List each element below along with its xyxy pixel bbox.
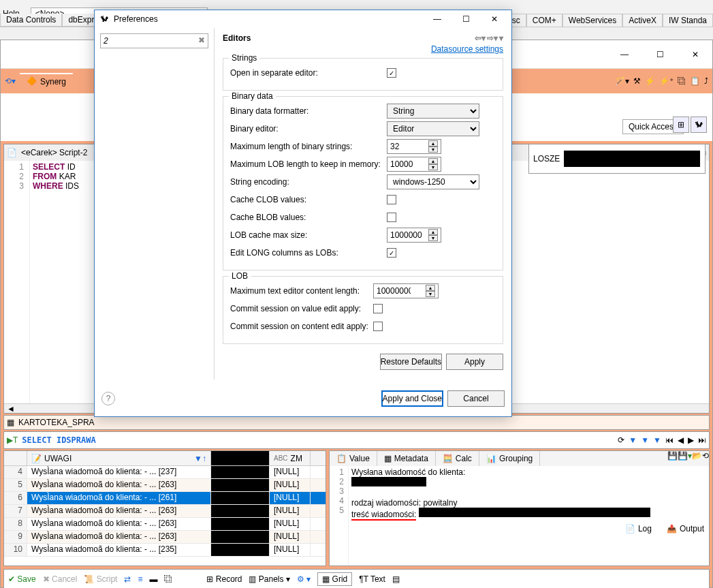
- close-icon[interactable]: ✕: [685, 48, 706, 61]
- table-row[interactable]: 4WysÌana wiadomoã do klienta: - ... [237…: [4, 466, 326, 479]
- table-row[interactable]: 8WysÌana wiadomoã do klienta: - ... [263…: [4, 518, 326, 531]
- apply-close-button[interactable]: Apply and Close: [381, 390, 443, 407]
- tab-metadata[interactable]: ▦Metadata: [377, 451, 436, 466]
- back-icon[interactable]: ⇦▾: [475, 33, 486, 43]
- wand-icon[interactable]: 🪄▾: [615, 76, 629, 86]
- delete-row-icon[interactable]: ▬: [149, 574, 157, 584]
- sync-icon[interactable]: ⟲: [702, 451, 709, 466]
- open-icon[interactable]: 📂: [692, 451, 702, 466]
- filter-icon-3[interactable]: ▼: [653, 435, 661, 445]
- text-view-button[interactable]: ¶T Text: [359, 574, 385, 584]
- cancel-button[interactable]: Cancel: [447, 390, 505, 407]
- tab-webservices[interactable]: WebServices: [563, 14, 622, 27]
- restore-defaults-button[interactable]: Restore Defaults: [380, 354, 442, 370]
- run-icon[interactable]: ▶T: [7, 435, 18, 445]
- apply-button[interactable]: Apply: [446, 354, 503, 370]
- col-uwagi[interactable]: UWAGI: [44, 454, 72, 463]
- checkbox-edit-long[interactable]: ✓: [387, 248, 396, 258]
- nav-prev-icon[interactable]: ◀: [678, 435, 684, 445]
- spinner-max-bin-len[interactable]: ▲▼: [387, 139, 441, 154]
- refresh-icon[interactable]: ⟳: [618, 435, 624, 445]
- spin-up-icon[interactable]: ▲: [428, 229, 438, 235]
- minimize-icon[interactable]: ―: [614, 48, 635, 61]
- spin-up-icon[interactable]: ▲: [428, 140, 438, 146]
- checkbox-open-separate[interactable]: ✓: [387, 68, 396, 78]
- tab-iw[interactable]: IW Standa: [663, 14, 713, 27]
- tab-data-controls[interactable]: Data Controls: [0, 14, 62, 27]
- extra-icon[interactable]: ▤: [392, 574, 400, 584]
- export-icon[interactable]: ⤴: [704, 76, 708, 86]
- menu-icon[interactable]: ▾: [499, 33, 503, 43]
- input-lob-cache-max[interactable]: [390, 230, 424, 240]
- save-button[interactable]: ✔ Save: [8, 574, 36, 584]
- copy-icon[interactable]: ⿻: [678, 76, 686, 86]
- table-row[interactable]: 6WysÌana wiadomoã do klienta: - ... [261…: [4, 492, 326, 505]
- save-icon-2[interactable]: 💾▾: [678, 451, 692, 466]
- pref-search[interactable]: ✖: [100, 33, 208, 48]
- help-icon[interactable]: ?: [101, 392, 115, 405]
- table-row[interactable]: 5WysÌana wiadomoã do klienta: - ... [263…: [4, 479, 326, 492]
- maximize-icon[interactable]: ☐: [650, 48, 670, 61]
- spinner-max-lob-mem[interactable]: ▲▼: [387, 157, 441, 172]
- checkbox-cache-blob[interactable]: [387, 213, 396, 222]
- select-binary-editor[interactable]: Editor: [387, 121, 479, 136]
- input-max-lob-mem[interactable]: [390, 159, 424, 169]
- dialog-minimize-icon[interactable]: ―: [426, 10, 449, 28]
- input-max-bin-len[interactable]: [390, 142, 424, 151]
- nav-next-icon[interactable]: ▶: [688, 435, 694, 445]
- results-grid[interactable]: 📝UWAGI▼↑ ABC ZM 4WysÌana wiadomoã do kli…: [3, 450, 326, 566]
- select-str-encoding[interactable]: windows-1250: [387, 174, 479, 189]
- output-tab[interactable]: 📤Output: [663, 523, 708, 535]
- result-tab-name[interactable]: KARTOTEKA_SPRA: [18, 418, 95, 427]
- lightning-plus-icon[interactable]: ⚡⁺: [659, 76, 674, 86]
- history-icon[interactable]: ⟲▾: [5, 76, 16, 86]
- checkbox-commit-content[interactable]: [373, 322, 383, 331]
- spinner-lob-cache-max[interactable]: ▲▼: [387, 228, 441, 243]
- checkbox-cache-clob[interactable]: [387, 195, 396, 204]
- settings-icon[interactable]: ⚙ ▾: [297, 574, 311, 584]
- spin-down-icon[interactable]: ▼: [428, 146, 438, 153]
- lightning-icon[interactable]: ⚡: [645, 76, 655, 86]
- filter-icon[interactable]: ▼: [629, 435, 637, 445]
- spin-down-icon[interactable]: ▼: [428, 235, 438, 241]
- tool-icon[interactable]: ⚒: [633, 76, 641, 86]
- tab-value[interactable]: 📋Value: [330, 451, 377, 466]
- spin-up-icon[interactable]: ▲: [426, 285, 435, 291]
- script-button[interactable]: 📜 Script: [84, 574, 117, 584]
- spin-down-icon[interactable]: ▼: [428, 164, 438, 170]
- dbeaver-perspective-icon[interactable]: 🐿: [691, 117, 707, 133]
- table-row[interactable]: 10WysÌana wiadomoã do klienta: - ... [23…: [4, 544, 326, 557]
- cancel-button[interactable]: ✖ Cancel: [43, 574, 78, 584]
- save-icon[interactable]: 💾: [667, 451, 678, 466]
- duplicate-row-icon[interactable]: ⿻: [164, 574, 172, 584]
- tab-calc[interactable]: 🧮Calc: [436, 451, 479, 466]
- value-editor[interactable]: 12345 Wysłana wiadomość do klienta: rodz…: [330, 466, 709, 566]
- dialog-titlebar[interactable]: 🐿 Preferences ― ☐ ✕: [95, 10, 511, 28]
- dialog-close-icon[interactable]: ✕: [483, 10, 506, 28]
- table-row[interactable]: 7WysÌana wiadomoã do klienta: - ... [263…: [4, 505, 326, 518]
- nav-first-icon[interactable]: ⏮: [665, 435, 674, 445]
- col-zm[interactable]: ZM: [291, 454, 302, 463]
- tab-grouping[interactable]: 📊Grouping: [479, 451, 540, 466]
- edit-row-icon[interactable]: ⇄: [124, 574, 131, 584]
- filter-icon-2[interactable]: ▼: [641, 435, 649, 445]
- input-max-txt-len[interactable]: [377, 286, 411, 296]
- spin-up-icon[interactable]: ▲: [428, 158, 438, 164]
- scroll-left-icon[interactable]: ◄: [7, 404, 15, 414]
- dialog-maximize-icon[interactable]: ☐: [454, 10, 477, 28]
- nav-last-icon[interactable]: ⏭: [698, 435, 706, 445]
- tab-com-plus[interactable]: COM+: [526, 14, 563, 27]
- search-input[interactable]: [104, 34, 195, 48]
- grid-view-button[interactable]: ▦ Grid: [317, 572, 352, 586]
- panels-button[interactable]: ▥ Panels ▾: [249, 574, 289, 584]
- connection-tab[interactable]: 🔶 Synerg: [20, 73, 73, 89]
- forward-icon[interactable]: ⇨▾: [487, 33, 498, 43]
- script-tab[interactable]: <eCarek> Script-2: [21, 148, 87, 157]
- clear-search-icon[interactable]: ✖: [198, 35, 205, 45]
- paste-icon[interactable]: 📋: [690, 76, 700, 86]
- datasource-settings-link[interactable]: Datasource settings: [223, 44, 503, 54]
- table-row[interactable]: 9WysÌana wiadomoã do klienta: - ... [263…: [4, 531, 326, 544]
- select-binary-formatter[interactable]: String: [387, 104, 479, 119]
- log-tab[interactable]: 📄Log: [621, 523, 656, 535]
- checkbox-commit-value[interactable]: [373, 304, 383, 313]
